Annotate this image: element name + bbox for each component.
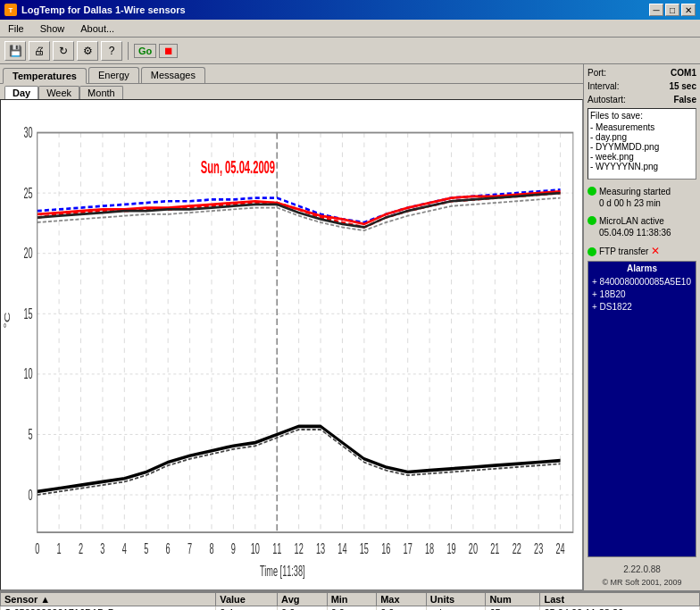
alarm-item-1: + 18B20 — [592, 288, 692, 301]
cell-num-0: 65 — [486, 606, 540, 611]
bottom-area: Sensor ▲ Value Avg Min Max Units Num Las… — [0, 590, 700, 610]
cell-last-0: 05.04.09 11:38:36 — [540, 606, 700, 611]
close-button[interactable]: ✕ — [681, 4, 696, 16]
sub-tab-bar: Day Week Month — [0, 84, 583, 99]
svg-text:4: 4 — [122, 540, 127, 557]
measuring-dot — [588, 187, 596, 196]
go-button[interactable]: Go — [134, 44, 156, 58]
save-button[interactable]: 💾 — [4, 41, 26, 61]
svg-text:20: 20 — [469, 540, 478, 557]
svg-text:24: 24 — [555, 540, 564, 557]
svg-text:15: 15 — [360, 540, 369, 557]
subtab-month[interactable]: Month — [79, 86, 123, 99]
files-save-item-4: - WYYYYNN.png — [590, 162, 694, 171]
svg-text:15: 15 — [23, 305, 32, 322]
svg-text:20: 20 — [23, 245, 32, 262]
alarms-box: Alarms + 8400080000085A5E10 + 18B20 + DS… — [588, 261, 696, 557]
minimize-button[interactable]: ─ — [649, 4, 663, 16]
files-save-box: Files to save: - Measurements - day.png … — [588, 108, 696, 180]
maximize-button[interactable]: □ — [665, 4, 679, 16]
port-row: Port: COM1 — [588, 68, 696, 78]
th-max: Max — [377, 593, 427, 606]
svg-text:1: 1 — [57, 540, 62, 557]
svg-text:5: 5 — [29, 426, 33, 443]
svg-text:10: 10 — [23, 366, 32, 383]
autostart-row: Autostart: False — [588, 95, 696, 104]
svg-text:10: 10 — [251, 540, 260, 557]
svg-text:17: 17 — [404, 540, 412, 557]
left-panel: Temperatures Energy Messages Day Week Mo… — [0, 64, 584, 590]
tab-energy[interactable]: Energy — [88, 67, 139, 83]
svg-text:22: 22 — [512, 540, 521, 557]
ftp-close-icon[interactable]: ✕ — [651, 245, 660, 257]
cell-sensor-0: C 6500000001716D1D-B — [1, 606, 216, 611]
cell-value-0: 0,4 — [216, 606, 278, 611]
right-panel: Port: COM1 Interval: 15 sec Autostart: F… — [584, 64, 700, 590]
svg-text:2: 2 — [79, 540, 83, 557]
th-last: Last — [540, 593, 700, 606]
microlan-status: MicroLAN active 05.04.09 11:38:36 — [588, 215, 696, 238]
svg-text:Sun, 05.04.2009: Sun, 05.04.2009 — [201, 157, 275, 177]
ftp-status: FTP transfer ✕ — [588, 245, 696, 257]
th-min: Min — [327, 593, 377, 606]
app-title: LogTemp for Dallas 1-Wire sensors — [21, 4, 186, 15]
svg-text:25: 25 — [23, 185, 32, 202]
settings-button[interactable]: ⚙ — [77, 41, 98, 61]
interval-value: 15 sec — [669, 81, 696, 91]
copyright-text: © MR Soft 2001, 2009 — [588, 578, 696, 587]
menu-file[interactable]: File — [4, 22, 28, 35]
menu-show[interactable]: Show — [37, 22, 69, 35]
stop-button[interactable]: ⏹ — [159, 44, 178, 58]
svg-text:18: 18 — [425, 540, 434, 557]
chart-container: 30 25 20 15 10 5 0 °C 0 1 2 3 4 5 6 7 8 — [0, 99, 583, 590]
svg-text:19: 19 — [446, 540, 455, 557]
measuring-status: Measuring started 0 d 00 h 23 min — [588, 186, 696, 209]
refresh-button[interactable]: ↻ — [53, 41, 74, 61]
tab-messages[interactable]: Messages — [141, 67, 205, 83]
svg-text:5: 5 — [144, 540, 148, 557]
svg-text:6: 6 — [166, 540, 171, 557]
help-button[interactable]: ? — [101, 41, 122, 61]
alarm-item-0: + 8400080000085A5E10 — [592, 276, 692, 288]
menu-bar: File Show About... — [0, 20, 700, 38]
cell-avg-0: 0,0 — [278, 606, 328, 611]
svg-text:Time [11:38]: Time [11:38] — [260, 564, 305, 581]
svg-text:21: 21 — [490, 540, 499, 557]
svg-text:8: 8 — [209, 540, 213, 557]
chart-svg: 30 25 20 15 10 5 0 °C 0 1 2 3 4 5 6 7 8 — [1, 100, 582, 589]
th-units: Units — [426, 593, 486, 606]
tab-temperatures[interactable]: Temperatures — [3, 68, 87, 84]
svg-text:13: 13 — [316, 540, 325, 557]
sensor-table: Sensor ▲ Value Avg Min Max Units Num Las… — [0, 592, 700, 610]
cell-units-0: m/s — [426, 606, 486, 611]
files-save-item-0: - Measurements — [590, 122, 694, 132]
alarm-item-2: + DS1822 — [592, 301, 692, 313]
svg-text:12: 12 — [295, 540, 304, 557]
title-bar: T LogTemp for Dallas 1-Wire sensors ─ □ … — [0, 0, 700, 20]
svg-text:30: 30 — [23, 124, 32, 141]
svg-text:11: 11 — [272, 540, 281, 557]
port-label: Port: — [588, 68, 606, 78]
print-button[interactable]: 🖨 — [29, 41, 50, 61]
th-value: Value — [216, 593, 278, 606]
th-num: Num — [486, 593, 540, 606]
svg-text:23: 23 — [534, 540, 543, 557]
svg-text:3: 3 — [100, 540, 104, 557]
svg-text:16: 16 — [381, 540, 390, 557]
subtab-day[interactable]: Day — [4, 86, 38, 99]
toolbar: 💾 🖨 ↻ ⚙ ? Go ⏹ — [0, 38, 700, 64]
table-header-row: Sensor ▲ Value Avg Min Max Units Num Las… — [1, 593, 700, 606]
svg-text:0: 0 — [35, 540, 39, 557]
interval-row: Interval: 15 sec — [588, 81, 696, 91]
cell-min-0: 0,0 — [327, 606, 377, 611]
svg-text:14: 14 — [338, 540, 346, 557]
microlan-text: MicroLAN active 05.04.09 11:38:36 — [599, 215, 671, 238]
files-save-item-3: - week.png — [590, 152, 694, 162]
window-controls: ─ □ ✕ — [649, 4, 696, 16]
menu-about[interactable]: About... — [77, 22, 118, 35]
subtab-week[interactable]: Week — [38, 86, 79, 99]
table-row: C 6500000001716D1D-B 0,4 0,0 0,0 0,0 m/s… — [1, 606, 700, 611]
alarms-title: Alarms — [592, 263, 692, 273]
files-save-item-2: - DYYMMDD.png — [590, 142, 694, 152]
ftp-dot — [588, 247, 596, 256]
